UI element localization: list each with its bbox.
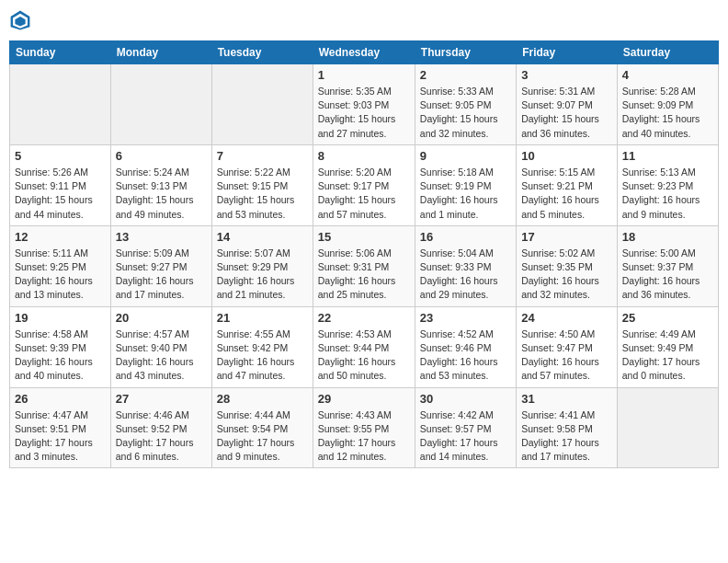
calendar-cell [617,387,718,468]
day-info: Sunrise: 4:52 AMSunset: 9:46 PMDaylight:… [420,327,511,384]
calendar-cell [10,64,111,145]
day-number: 7 [217,149,308,163]
day-number: 4 [622,68,713,82]
day-number: 31 [521,392,612,406]
day-info: Sunrise: 4:49 AMSunset: 9:49 PMDaylight:… [622,327,713,384]
weekday-header-row: SundayMondayTuesdayWednesdayThursdayFrid… [10,41,719,64]
calendar-cell: 9Sunrise: 5:18 AMSunset: 9:19 PMDaylight… [415,144,516,225]
day-info: Sunrise: 5:04 AMSunset: 9:33 PMDaylight:… [420,247,511,303]
day-info: Sunrise: 5:28 AMSunset: 9:09 PMDaylight:… [622,85,713,141]
calendar-cell: 15Sunrise: 5:06 AMSunset: 9:31 PMDayligh… [313,225,415,306]
weekday-header-tuesday: Tuesday [211,41,313,64]
day-number: 6 [116,149,207,163]
day-number: 23 [420,311,511,325]
calendar-cell: 31Sunrise: 4:41 AMSunset: 9:58 PMDayligh… [517,387,618,468]
day-info: Sunrise: 5:26 AMSunset: 9:11 PMDaylight:… [15,166,106,222]
calendar-cell: 1Sunrise: 5:35 AMSunset: 9:03 PMDaylight… [313,64,415,145]
calendar-cell: 19Sunrise: 4:58 AMSunset: 9:39 PMDayligh… [10,306,111,387]
day-info: Sunrise: 4:47 AMSunset: 9:51 PMDaylight:… [15,408,106,465]
day-info: Sunrise: 5:07 AMSunset: 9:29 PMDaylight:… [217,247,308,303]
calendar-cell: 24Sunrise: 4:50 AMSunset: 9:47 PMDayligh… [517,306,618,387]
day-number: 9 [420,149,511,163]
calendar-table: SundayMondayTuesdayWednesdayThursdayFrid… [9,40,719,468]
day-info: Sunrise: 5:20 AMSunset: 9:17 PMDaylight:… [318,166,410,222]
calendar-cell: 4Sunrise: 5:28 AMSunset: 9:09 PMDaylight… [617,64,718,145]
day-number: 21 [217,311,308,325]
calendar-cell: 25Sunrise: 4:49 AMSunset: 9:49 PMDayligh… [617,306,718,387]
weekday-header-wednesday: Wednesday [313,41,415,64]
logo [9,9,35,31]
generalblue-icon [9,9,31,31]
day-info: Sunrise: 4:53 AMSunset: 9:44 PMDaylight:… [318,327,410,384]
day-number: 30 [420,392,511,406]
day-number: 27 [116,392,207,406]
day-number: 16 [420,230,511,244]
calendar-cell: 6Sunrise: 5:24 AMSunset: 9:13 PMDaylight… [110,144,211,225]
day-number: 22 [318,311,410,325]
calendar-cell: 16Sunrise: 5:04 AMSunset: 9:33 PMDayligh… [415,225,516,306]
calendar-cell: 23Sunrise: 4:52 AMSunset: 9:46 PMDayligh… [415,306,516,387]
day-info: Sunrise: 4:44 AMSunset: 9:54 PMDaylight:… [217,408,308,465]
day-number: 20 [116,311,207,325]
day-number: 19 [15,311,106,325]
day-info: Sunrise: 5:22 AMSunset: 9:15 PMDaylight:… [217,166,308,222]
day-info: Sunrise: 4:50 AMSunset: 9:47 PMDaylight:… [521,327,612,384]
week-row-4: 19Sunrise: 4:58 AMSunset: 9:39 PMDayligh… [10,306,719,387]
day-number: 26 [15,392,106,406]
day-number: 1 [318,68,410,82]
week-row-5: 26Sunrise: 4:47 AMSunset: 9:51 PMDayligh… [10,387,719,468]
calendar-cell: 10Sunrise: 5:15 AMSunset: 9:21 PMDayligh… [517,144,618,225]
calendar-cell [211,64,313,145]
day-info: Sunrise: 5:35 AMSunset: 9:03 PMDaylight:… [318,85,410,141]
day-number: 28 [217,392,308,406]
day-number: 13 [116,230,207,244]
weekday-header-monday: Monday [110,41,211,64]
day-number: 2 [420,68,511,82]
day-number: 11 [622,149,713,163]
calendar-cell: 5Sunrise: 5:26 AMSunset: 9:11 PMDaylight… [10,144,111,225]
calendar-cell: 12Sunrise: 5:11 AMSunset: 9:25 PMDayligh… [10,225,111,306]
calendar-cell: 13Sunrise: 5:09 AMSunset: 9:27 PMDayligh… [110,225,211,306]
calendar-cell: 26Sunrise: 4:47 AMSunset: 9:51 PMDayligh… [10,387,111,468]
day-number: 14 [217,230,308,244]
day-info: Sunrise: 5:11 AMSunset: 9:25 PMDaylight:… [15,247,106,303]
calendar-cell: 30Sunrise: 4:42 AMSunset: 9:57 PMDayligh… [415,387,516,468]
day-info: Sunrise: 5:33 AMSunset: 9:05 PMDaylight:… [420,85,511,141]
calendar-cell: 14Sunrise: 5:07 AMSunset: 9:29 PMDayligh… [211,225,313,306]
week-row-3: 12Sunrise: 5:11 AMSunset: 9:25 PMDayligh… [10,225,719,306]
calendar-cell: 2Sunrise: 5:33 AMSunset: 9:05 PMDaylight… [415,64,516,145]
calendar-cell: 20Sunrise: 4:57 AMSunset: 9:40 PMDayligh… [110,306,211,387]
day-info: Sunrise: 5:06 AMSunset: 9:31 PMDaylight:… [318,247,410,303]
day-info: Sunrise: 4:55 AMSunset: 9:42 PMDaylight:… [217,327,308,384]
day-info: Sunrise: 4:42 AMSunset: 9:57 PMDaylight:… [420,408,511,465]
calendar-cell: 28Sunrise: 4:44 AMSunset: 9:54 PMDayligh… [211,387,313,468]
day-number: 10 [521,149,612,163]
calendar-cell: 17Sunrise: 5:02 AMSunset: 9:35 PMDayligh… [517,225,618,306]
day-number: 12 [15,230,106,244]
weekday-header-thursday: Thursday [415,41,516,64]
calendar-cell: 8Sunrise: 5:20 AMSunset: 9:17 PMDaylight… [313,144,415,225]
day-number: 18 [622,230,713,244]
day-info: Sunrise: 5:15 AMSunset: 9:21 PMDaylight:… [521,166,612,222]
day-info: Sunrise: 5:24 AMSunset: 9:13 PMDaylight:… [116,166,207,222]
calendar-cell: 29Sunrise: 4:43 AMSunset: 9:55 PMDayligh… [313,387,415,468]
day-info: Sunrise: 4:43 AMSunset: 9:55 PMDaylight:… [318,408,410,465]
calendar-cell: 3Sunrise: 5:31 AMSunset: 9:07 PMDaylight… [517,64,618,145]
day-number: 3 [521,68,612,82]
calendar-cell [110,64,211,145]
day-info: Sunrise: 5:02 AMSunset: 9:35 PMDaylight:… [521,247,612,303]
day-number: 8 [318,149,410,163]
day-info: Sunrise: 5:00 AMSunset: 9:37 PMDaylight:… [622,247,713,303]
calendar-cell: 22Sunrise: 4:53 AMSunset: 9:44 PMDayligh… [313,306,415,387]
calendar-cell: 11Sunrise: 5:13 AMSunset: 9:23 PMDayligh… [617,144,718,225]
day-number: 29 [318,392,410,406]
day-info: Sunrise: 4:46 AMSunset: 9:52 PMDaylight:… [116,408,207,465]
weekday-header-sunday: Sunday [10,41,111,64]
calendar-cell: 18Sunrise: 5:00 AMSunset: 9:37 PMDayligh… [617,225,718,306]
day-info: Sunrise: 5:13 AMSunset: 9:23 PMDaylight:… [622,166,713,222]
day-number: 17 [521,230,612,244]
weekday-header-saturday: Saturday [617,41,718,64]
day-info: Sunrise: 5:18 AMSunset: 9:19 PMDaylight:… [420,166,511,222]
day-number: 24 [521,311,612,325]
weekday-header-friday: Friday [517,41,618,64]
